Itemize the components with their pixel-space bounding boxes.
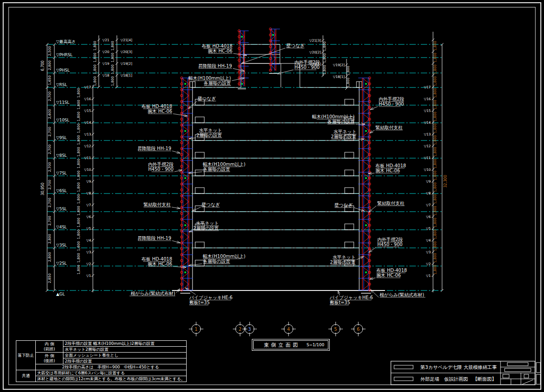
floor-dim: 2,700	[48, 198, 52, 208]
scaffold-marker	[184, 224, 186, 226]
callout-text: 昇降階段 HH-19	[137, 236, 171, 241]
callout-text: 布板 HD-4018	[141, 256, 172, 261]
callout-text: 腕木 HC-06	[148, 261, 172, 266]
scaffold-marker	[184, 271, 186, 273]
callout-text: 敷板t=35	[330, 300, 350, 305]
callout-text: 敷板t=35	[189, 300, 210, 305]
grid-number: 1	[195, 327, 197, 332]
notes-row-2: 水平ネット2層毎の設置	[63, 347, 187, 353]
callout-text: 布板 HD-4018	[202, 44, 232, 48]
leader-arrow	[368, 174, 372, 174]
lift-dim: 1,800	[433, 182, 437, 192]
callout-text: 昇降階段 HH-19	[198, 63, 232, 68]
lift-label: ▽16	[424, 97, 431, 101]
leader-line	[370, 106, 378, 110]
callout-text: H450・900	[294, 65, 320, 70]
callout-text: H450・900	[148, 167, 173, 172]
scaffold-marker	[365, 130, 367, 132]
lift-label: ▽20	[102, 50, 110, 54]
lift-dim: 1,800	[93, 76, 97, 86]
callout-text: パイプジャッキHE-6	[329, 295, 373, 300]
notes-row-6: 大筋交は専用斜材にて6層6スパン毎に設置する	[36, 370, 187, 376]
lift-dim: 1,800	[77, 194, 81, 204]
lift-label: ▽7	[86, 203, 91, 207]
callout-text: 布板 HD-4018	[375, 163, 406, 168]
floor-dim: 2,800	[48, 252, 52, 262]
lift-label: ▽20[3]	[120, 50, 132, 54]
callout-text: 2層毎の設置	[193, 226, 219, 231]
callout-text: 幅木(H100mm以上)	[203, 254, 246, 259]
balcony-step	[195, 152, 204, 158]
lift-dim: 1,800	[433, 53, 437, 63]
lift-dim: 1,800	[77, 123, 81, 133]
level-label: ▽11SL	[56, 100, 69, 105]
level-label: ▽9SL	[56, 136, 67, 140]
margin-box	[536, 363, 540, 373]
lift-label: ▽19[2]	[333, 63, 345, 67]
lift-dim: 1,800	[433, 253, 437, 263]
notes-sub-outer: 外 側 (後踏)	[36, 353, 63, 364]
lift-dim: 1,800	[433, 76, 437, 86]
callout-text: 腕木 HC-06	[376, 273, 401, 278]
callout-text: 各層毎の設置	[203, 259, 230, 264]
lift-dim: 1,800	[111, 53, 115, 63]
lift-dim: 1,800	[433, 100, 437, 110]
lift-label: ▽13	[84, 132, 91, 136]
callout-text: 壁つなぎ	[334, 203, 353, 208]
scaffold-marker	[241, 36, 243, 38]
floor-dim: 2,800	[48, 60, 52, 70]
lift-label: ▽21[3]	[309, 39, 321, 43]
leader-line	[172, 241, 180, 243]
lift-dim: 1,800	[111, 41, 115, 51]
notes-row-7: 床材と建地との隙間は12cm未満とする。布板と布板の隙間は3cm未満とする。	[36, 376, 187, 382]
balcony-step	[345, 242, 354, 248]
callout-text: 幅木(H100mm以上)	[203, 162, 246, 167]
lift-dim: 1,800	[93, 53, 97, 63]
floor-dim: 2,700	[48, 92, 52, 102]
leader-arrow	[178, 169, 182, 170]
lift-label: ▽5	[86, 227, 91, 231]
titleblock-drawing-name: 外部足場 仮設計画図 【断面図】	[420, 374, 534, 383]
callout-text: 緊結取付支柱	[144, 202, 171, 207]
notes-row-5: 2段手摺の高さは 手摺H=900 中桟H=450とする	[36, 364, 187, 370]
lift-label: ▽20[2]	[309, 50, 321, 54]
lift-dim: 1,800	[77, 135, 81, 145]
floor-dim: 2,500	[48, 46, 52, 56]
level-label: ▽2SL	[56, 261, 67, 266]
lift-dim: 1,800	[346, 66, 350, 76]
lift-label: ▽2	[86, 262, 91, 266]
stamp-box	[394, 377, 413, 381]
notes-category-common: 共通	[16, 370, 36, 382]
lift-label: ▽12	[84, 144, 91, 148]
balcony-step	[195, 188, 204, 194]
safety-notes: 落下防止 内 側 (前踏) 2段手摺の設置 幅木(H100mm以上)2層毎の設置…	[16, 340, 187, 382]
callout-text: 2層毎の設置	[330, 260, 356, 265]
balcony-step	[345, 188, 354, 194]
lift-label: ▽8	[86, 191, 91, 195]
lift-label: ▽21	[102, 38, 110, 42]
leader-line	[172, 151, 180, 153]
notes-row-3: 全面メッシュシート養生とし	[63, 353, 187, 358]
drawing-title: 東側立面図	[257, 342, 307, 348]
leader-line	[192, 207, 201, 211]
drawing-title-box: 東側立面図 S=1/100	[252, 339, 330, 351]
scaffold-marker	[365, 83, 367, 85]
lift-dim: 1,800	[346, 77, 350, 87]
leader-arrow	[177, 208, 180, 209]
level-label: ▽7SL	[56, 171, 67, 175]
lift-dim: 1,800	[77, 265, 81, 275]
lift-dim: 1,800	[433, 229, 437, 239]
lift-dim: 1,800	[433, 241, 437, 251]
lift-dim: 1,800	[433, 111, 437, 121]
floor-dim: 2,700	[48, 162, 52, 172]
lift-dim: 1,800	[433, 147, 437, 157]
lift-label: ▽3	[426, 250, 431, 254]
grid-number: 4	[287, 327, 290, 332]
callout-text: 各層毎の設置	[203, 167, 230, 172]
floor-dim: 2,600	[48, 109, 52, 119]
lift-dim: 1,800	[111, 76, 115, 86]
lift-dim: 1,800	[433, 41, 437, 51]
lift-label: ▽4	[86, 238, 91, 242]
level-label: ▲GL	[56, 292, 65, 296]
floor-dim: 2,700	[48, 145, 52, 155]
